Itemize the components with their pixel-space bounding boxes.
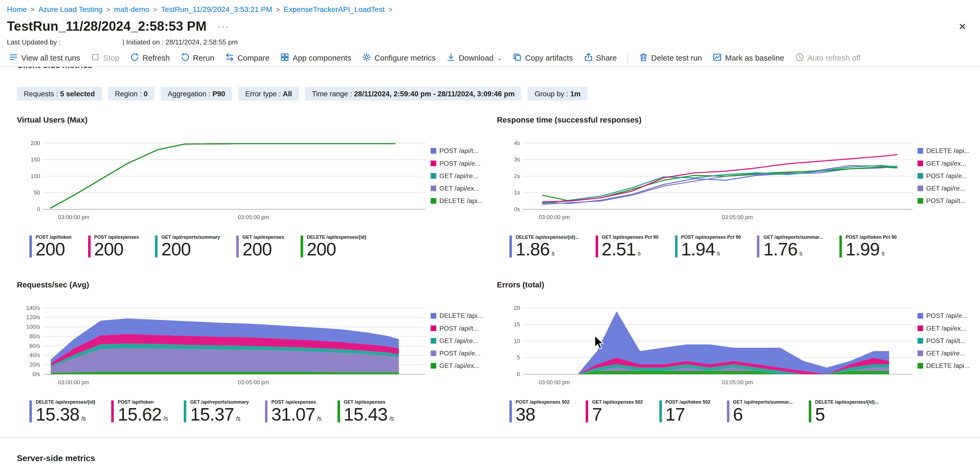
stat-card-post-api-token-pct-90: POST /api/token Pct 901.99s bbox=[839, 234, 897, 259]
stat-unit: /s bbox=[390, 415, 394, 422]
command-label: Download bbox=[459, 54, 493, 62]
legend-item-post-api-e[interactable]: POST /api/e... bbox=[431, 159, 487, 167]
legend-item-get-api-ex[interactable]: GET /api/ex... bbox=[918, 159, 974, 167]
legend-item-get-api-re[interactable]: GET /api/re... bbox=[431, 172, 487, 179]
mark-as-baseline-button[interactable]: Mark as baseline bbox=[713, 52, 784, 63]
svg-text:50: 50 bbox=[33, 189, 40, 196]
chart-stats: POST /api/expenses 50238GET /api/expense… bbox=[509, 399, 974, 424]
stat-value: 5 bbox=[815, 405, 878, 424]
legend-item-post-api-t[interactable]: POST /api/t... bbox=[918, 337, 974, 344]
command-label: Configure metrics bbox=[374, 54, 436, 62]
legend-item-post-api-e[interactable]: POST /api/e... bbox=[918, 312, 974, 320]
delete-icon bbox=[639, 52, 648, 63]
legend-item-post-api-e[interactable]: POST /api/e... bbox=[431, 349, 487, 357]
breadcrumb-item-malt-demo[interactable]: malt-demo bbox=[114, 5, 150, 14]
stat-unit: /s bbox=[81, 415, 86, 422]
svg-text:20/s: 20/s bbox=[29, 362, 40, 368]
legend-item-post-api-t[interactable]: POST /api/t... bbox=[918, 197, 974, 204]
breadcrumb-separator: > bbox=[276, 6, 280, 13]
more-options-button[interactable]: ··· bbox=[218, 21, 230, 31]
svg-text:0: 0 bbox=[37, 206, 40, 213]
svg-text:2s: 2s bbox=[514, 173, 520, 180]
breadcrumb-separator: > bbox=[153, 6, 157, 13]
legend-label: GET /api/ex... bbox=[926, 324, 966, 332]
view-all-test-runs-button[interactable]: View all test runs bbox=[9, 52, 80, 63]
legend-label: DELETE /api... bbox=[926, 147, 970, 154]
stat-value: 1.86s bbox=[515, 240, 579, 259]
stop-icon bbox=[91, 52, 100, 63]
legend-item-get-api-re[interactable]: GET /api/re... bbox=[918, 184, 974, 192]
legend-item-delete-api[interactable]: DELETE /api... bbox=[918, 362, 974, 369]
stop-button[interactable]: Stop bbox=[91, 52, 119, 63]
svg-text:03:05:00 pm: 03:05:00 pm bbox=[722, 215, 753, 221]
breadcrumb-item-testrun-11-29-2024-3-53-21-pm[interactable]: TestRun_11/29/2024_3:53:21 PM bbox=[161, 5, 272, 14]
stat-color-bar bbox=[659, 401, 662, 423]
configure-metrics-button[interactable]: Configure metrics bbox=[362, 52, 436, 63]
chart-requests-sec-avg: Requests/sec (Avg)0/s20/s40/s60/s80/s100… bbox=[17, 281, 487, 424]
svg-text:150: 150 bbox=[31, 156, 40, 163]
filter-pill-group-by[interactable]: Group by : 1m bbox=[528, 87, 587, 100]
legend-item-get-api-ex[interactable]: GET /api/ex... bbox=[431, 184, 487, 192]
legend-item-get-api-ex[interactable]: GET /api/ex... bbox=[918, 324, 974, 332]
stat-color-bar bbox=[155, 235, 158, 258]
legend-item-get-api-re[interactable]: GET /api/re... bbox=[431, 337, 487, 344]
stat-value: 38 bbox=[515, 405, 570, 424]
app-components-button[interactable]: App components bbox=[280, 52, 352, 63]
legend-item-get-api-re[interactable]: GET /api/re... bbox=[918, 349, 974, 357]
command-label: View all test runs bbox=[21, 54, 80, 62]
chart-legend: POST /api/t...POST /api/e...GET /api/re.… bbox=[431, 137, 487, 231]
svg-text:80/s: 80/s bbox=[29, 334, 40, 340]
legend-item-delete-api[interactable]: DELETE /api... bbox=[431, 197, 487, 204]
stat-color-bar bbox=[675, 235, 677, 258]
breadcrumb-item-azure-load-testing[interactable]: Azure Load Testing bbox=[38, 5, 102, 14]
stat-card-delete-api-expenses-id: DELETE /api/expenses/{id}15.38/s bbox=[29, 399, 95, 424]
legend-swatch bbox=[431, 326, 436, 331]
baseline-icon bbox=[713, 52, 722, 63]
delete-test-run-button[interactable]: Delete test run bbox=[639, 52, 702, 63]
auto-refresh-off-button[interactable]: Auto refresh off bbox=[795, 52, 861, 63]
legend-item-post-api-e[interactable]: POST /api/e... bbox=[918, 172, 974, 179]
chart-response-time-successful-responses: Response time (successful responses)0s1s… bbox=[497, 116, 974, 259]
filter-pill-time-range[interactable]: Time range : 28/11/2024, 2:59:40 pm - 28… bbox=[305, 87, 522, 100]
svg-text:0s: 0s bbox=[514, 206, 520, 213]
stat-card-post-api-token: POST /api/token15.62/s bbox=[111, 399, 168, 424]
stat-value: 17 bbox=[665, 405, 710, 424]
stat-value: 31.07/s bbox=[271, 405, 321, 424]
stat-color-bar bbox=[509, 401, 512, 423]
stat-card-post-api-token-502: POST /api/token 50217 bbox=[659, 399, 710, 424]
legend-swatch bbox=[431, 148, 436, 153]
download-button[interactable]: Download⌄ bbox=[446, 52, 502, 63]
copy-artifacts-button[interactable]: Copy artifacts bbox=[513, 52, 573, 63]
legend-item-get-api-ex[interactable]: GET /api/ex... bbox=[431, 362, 487, 369]
legend-label: GET /api/re... bbox=[439, 337, 478, 344]
chart-legend: DELETE /api...POST /api/t...GET /api/re.… bbox=[431, 302, 487, 396]
refresh-button[interactable]: Refresh bbox=[130, 52, 170, 63]
svg-text:03:05:00 pm: 03:05:00 pm bbox=[722, 380, 753, 386]
filter-pill-aggregation[interactable]: Aggregation : P90 bbox=[161, 87, 232, 100]
stat-color-bar bbox=[29, 235, 32, 258]
legend-label: DELETE /api... bbox=[926, 362, 970, 369]
legend-item-delete-api[interactable]: DELETE /api... bbox=[431, 312, 487, 320]
stat-color-bar bbox=[29, 401, 32, 423]
legend-label: DELETE /api... bbox=[439, 197, 483, 204]
chart-stats: DELETE /api/expenses/{id}15.38/sPOST /ap… bbox=[29, 399, 487, 424]
svg-text:100: 100 bbox=[31, 173, 40, 180]
filter-pill-region[interactable]: Region : 0 bbox=[108, 87, 154, 100]
breadcrumb-item-home[interactable]: Home bbox=[7, 5, 27, 14]
filter-pill-requests[interactable]: Requests : 5 selected bbox=[17, 87, 102, 100]
stat-unit: /s bbox=[317, 415, 321, 422]
rerun-button[interactable]: Rerun bbox=[181, 52, 215, 63]
compare-button[interactable]: Compare bbox=[225, 52, 270, 63]
stat-card-get-api-expenses-502: GET /api/expenses 5027 bbox=[586, 399, 643, 424]
legend-item-post-api-t[interactable]: POST /api/t... bbox=[431, 324, 487, 332]
server-side-metrics-heading: Server-side metrics bbox=[17, 454, 95, 463]
legend-item-delete-api[interactable]: DELETE /api... bbox=[918, 147, 974, 154]
close-button[interactable]: ✕ bbox=[955, 21, 970, 32]
stat-card-delete-api-expenses-id: DELETE /api/expenses/{id}...5 bbox=[809, 399, 879, 424]
stat-card-delete-api-expenses-id: DELETE /api/expenses/{id}...1.86s bbox=[509, 234, 579, 259]
breadcrumb-item-expensetrackerapi-loadtest[interactable]: ExpenseTrackerAPI_LoadTest bbox=[283, 5, 385, 14]
share-button[interactable]: Share bbox=[584, 52, 617, 63]
legend-item-post-api-t[interactable]: POST /api/t... bbox=[431, 147, 487, 154]
legend-swatch bbox=[431, 185, 436, 191]
filter-pill-error-type[interactable]: Error type : All bbox=[238, 87, 299, 100]
